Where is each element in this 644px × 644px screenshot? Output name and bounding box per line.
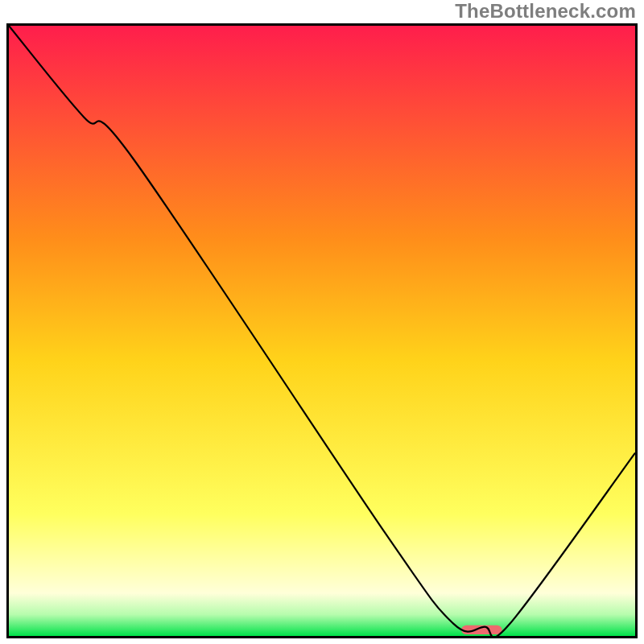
chart-background (9, 26, 635, 636)
chart-frame (6, 23, 638, 638)
watermark-text: TheBottleneck.com (455, 0, 636, 23)
chart-svg (9, 26, 635, 636)
root-container: TheBottleneck.com (0, 0, 644, 644)
